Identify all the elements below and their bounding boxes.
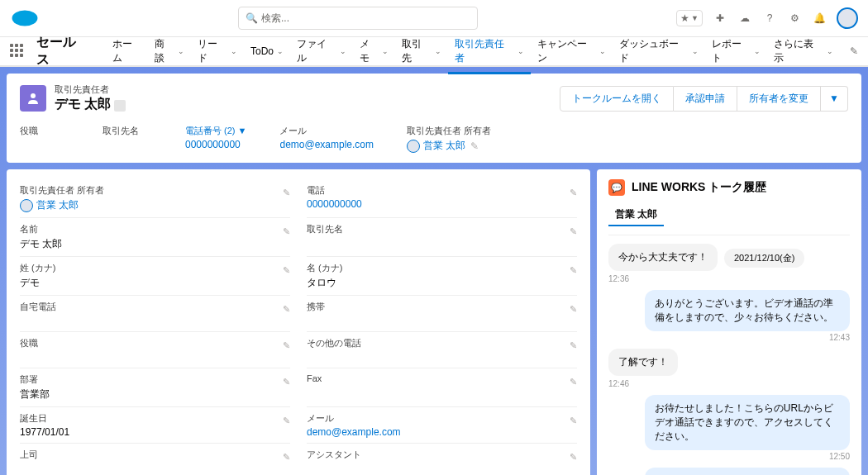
edit-icon[interactable]: ✎: [570, 304, 577, 315]
change-owner-button[interactable]: 所有者を変更: [737, 86, 821, 112]
detail-field: アシスタント✎: [307, 444, 577, 475]
hierarchy-icon[interactable]: [114, 100, 126, 112]
notifications-icon[interactable]: 🔔: [812, 11, 827, 26]
nav-label: ToDo: [250, 45, 274, 57]
detail-field: 誕生日1977/01/01✎: [20, 407, 290, 444]
change-owner-icon[interactable]: ✎: [470, 140, 479, 152]
edit-icon[interactable]: ✎: [283, 226, 290, 237]
salesforce-logo: [10, 8, 40, 28]
field-value: デモ: [20, 276, 290, 290]
edit-icon[interactable]: ✎: [283, 416, 290, 426]
user-avatar[interactable]: [837, 7, 858, 29]
app-launcher-icon[interactable]: [10, 44, 25, 59]
field-label: アシスタント: [307, 449, 577, 461]
summary-email-value[interactable]: demo@example.com: [279, 139, 374, 150]
nav-item[interactable]: 取引先⌄: [395, 31, 448, 73]
summary-phone-label[interactable]: 電話番号 (2) ▼: [185, 125, 246, 137]
chat-title: LINE WORKS トーク履歴: [632, 180, 766, 195]
chat-msg-outgoing: ありがとうございます。ビデオ通話の準備をしますので、少々お待ちください。: [645, 290, 850, 331]
chat-tab[interactable]: 営業 太郎: [608, 204, 664, 226]
field-value: [20, 463, 290, 474]
field-value: [20, 315, 290, 326]
edit-icon[interactable]: ✎: [283, 188, 290, 198]
detail-field: その他の電話✎: [307, 332, 577, 368]
nav-item[interactable]: 商談⌄: [148, 31, 191, 73]
nav-label: リード: [198, 37, 227, 65]
nav-item[interactable]: レポート⌄: [705, 31, 768, 73]
nav-label: ダッシュボード: [619, 37, 688, 65]
nav-item[interactable]: ファイル⌄: [290, 31, 353, 73]
edit-icon[interactable]: ✎: [283, 452, 290, 463]
nav-label: ファイル: [297, 37, 336, 65]
field-value: [307, 237, 577, 249]
field-label: 誕生日: [20, 412, 290, 425]
edit-icon[interactable]: ✎: [570, 340, 577, 351]
field-value[interactable]: demo@example.com: [307, 426, 577, 438]
nav-item[interactable]: ダッシュボード⌄: [613, 31, 704, 73]
edit-icon[interactable]: ✎: [570, 265, 577, 276]
search-icon: 🔍: [246, 12, 258, 24]
nav-item[interactable]: キャンペーン⌄: [531, 31, 613, 73]
chevron-down-icon: ⌄: [754, 47, 761, 55]
field-value: デモ 太郎: [20, 237, 290, 251]
favorites-button[interactable]: ★▼: [676, 10, 703, 26]
nav-label: レポート: [712, 37, 751, 65]
nav-item[interactable]: リード⌄: [191, 31, 244, 73]
edit-icon[interactable]: ✎: [570, 377, 577, 387]
nav-item[interactable]: ToDo⌄: [244, 31, 290, 73]
nav-item[interactable]: さらに表示⌄: [767, 31, 840, 73]
chevron-down-icon: ⌄: [178, 47, 184, 55]
star-icon: ★: [680, 12, 689, 24]
summary-title-label: 役職: [20, 125, 69, 137]
svg-point-1: [31, 93, 36, 98]
edit-icon[interactable]: ✎: [283, 340, 290, 351]
setup-gear-icon[interactable]: ⚙: [787, 11, 802, 26]
nav-item[interactable]: 取引先責任者⌄: [448, 31, 531, 74]
field-label: 電話: [307, 184, 577, 197]
summary-owner-value[interactable]: 営業 太郎: [423, 139, 465, 153]
edit-nav-icon[interactable]: ✎: [850, 45, 858, 57]
activity-icon[interactable]: ☁: [737, 11, 752, 26]
edit-icon[interactable]: ✎: [570, 452, 577, 463]
field-value: [20, 351, 290, 363]
field-value: 営業部: [20, 387, 290, 401]
field-label: 役職: [20, 337, 290, 349]
field-value[interactable]: 0000000000: [307, 198, 577, 210]
detail-field: 取引先名✎: [307, 218, 577, 257]
approval-button[interactable]: 承認申請: [674, 86, 737, 112]
edit-icon[interactable]: ✎: [570, 188, 577, 198]
detail-field: 上司✎: [20, 444, 290, 475]
chat-time: 12:50: [608, 452, 850, 461]
detail-field: 取引先責任者 所有者営業 太郎✎: [20, 179, 290, 218]
chevron-down-icon: ▼: [829, 93, 839, 104]
add-button[interactable]: ✚: [713, 11, 727, 26]
detail-field: 自宅電話✎: [20, 296, 290, 332]
record-name: デモ 太郎: [55, 97, 111, 111]
edit-icon[interactable]: ✎: [283, 304, 290, 315]
edit-icon[interactable]: ✎: [570, 226, 577, 237]
nav-label: ホーム: [112, 37, 142, 65]
lineworks-icon: 💬: [608, 179, 625, 196]
detail-field: 名 (カナ)タロウ✎: [307, 257, 577, 296]
edit-icon[interactable]: ✎: [283, 377, 290, 387]
open-talkroom-button[interactable]: トークルームを開く: [560, 86, 674, 112]
summary-account-label: 取引先名: [103, 125, 152, 137]
search-input[interactable]: 🔍 検索...: [238, 7, 478, 30]
nav-item[interactable]: メモ⌄: [353, 31, 396, 73]
detail-field: 携帯✎: [307, 296, 577, 332]
detail-field: 部署営業部✎: [20, 368, 290, 407]
chat-msg-incoming: 今から大丈夫です！: [608, 244, 718, 271]
owner-avatar: [407, 140, 420, 153]
edit-icon[interactable]: ✎: [283, 265, 290, 276]
edit-icon[interactable]: ✎: [570, 416, 577, 426]
detail-field: Fax✎: [307, 368, 577, 407]
app-name: セールス: [36, 34, 89, 69]
more-actions-button[interactable]: ▼: [821, 86, 848, 112]
help-icon[interactable]: ?: [762, 11, 777, 26]
summary-phone-value[interactable]: 0000000000: [185, 139, 246, 150]
field-value: 1977/01/01: [20, 426, 290, 438]
field-value[interactable]: 営業 太郎: [20, 198, 290, 212]
nav-item[interactable]: ホーム: [106, 31, 149, 73]
field-label: Fax: [307, 373, 577, 383]
field-label: 自宅電話: [20, 301, 290, 313]
